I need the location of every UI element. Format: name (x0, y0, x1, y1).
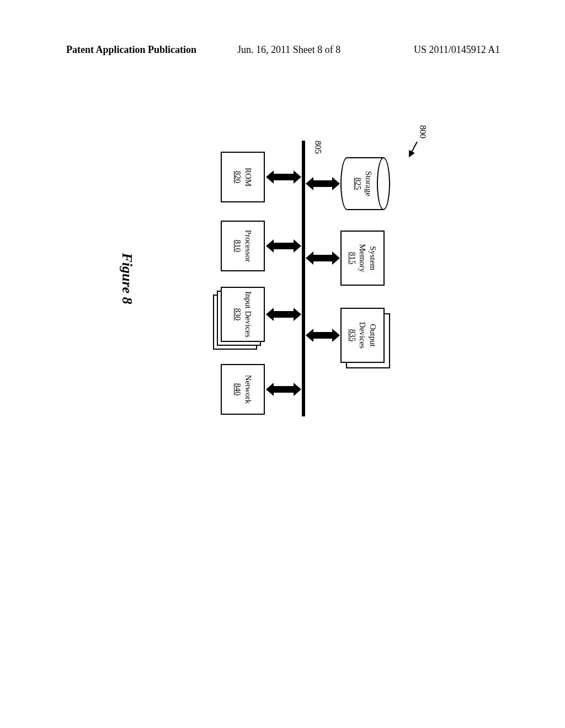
storage-bus-arrow-icon (312, 180, 333, 187)
input-devices-label: Input Devices (243, 291, 253, 338)
storage-block: Storage 825 (340, 157, 390, 210)
rom-bus-arrow-icon (273, 174, 295, 180)
output-devices-label: Output Devices (358, 322, 379, 349)
processor-bus-arrow-icon (273, 243, 295, 249)
system-label: 800 (418, 125, 428, 138)
header-left: Patent Application Publication (66, 44, 196, 56)
processor-num: 810 (232, 240, 243, 253)
rom-num: 820 (232, 171, 243, 184)
output-devices-block: Output Devices 835 (340, 308, 385, 363)
input-devices-block: Input Devices 830 (221, 287, 265, 342)
processor-block: Processor 810 (221, 221, 265, 271)
header-center: Jun. 16, 2011 Sheet 8 of 8 (237, 44, 340, 56)
figure-caption: Figure 8 (119, 253, 135, 304)
output-devices-bus-arrow-icon (312, 332, 333, 339)
system-arrow-icon (409, 142, 418, 157)
system-memory-label: System Memory (358, 244, 379, 272)
system-bus (302, 141, 305, 416)
rom-label: ROM (243, 168, 253, 186)
input-devices-bus-arrow-icon (273, 311, 295, 318)
rom-block: ROM 820 (221, 152, 265, 202)
network-bus-arrow-icon (273, 386, 295, 393)
network-num: 840 (232, 383, 243, 396)
network-block: Network 840 (221, 364, 265, 415)
header-right: US 2011/0145912 A1 (414, 44, 500, 56)
network-label: Network (243, 375, 253, 404)
processor-label: Processor (243, 230, 253, 262)
storage-num: 825 (353, 157, 364, 210)
system-memory-bus-arrow-icon (312, 255, 333, 261)
output-devices-num: 835 (347, 329, 358, 342)
figure-8-diagram: 800 805 Storage 825 System Memory 815 (174, 124, 483, 488)
system-memory-block: System Memory 815 (340, 231, 385, 286)
bus-label: 805 (313, 141, 323, 154)
input-devices-num: 830 (232, 308, 243, 321)
system-memory-num: 815 (347, 252, 358, 265)
storage-label: Storage (363, 157, 374, 210)
